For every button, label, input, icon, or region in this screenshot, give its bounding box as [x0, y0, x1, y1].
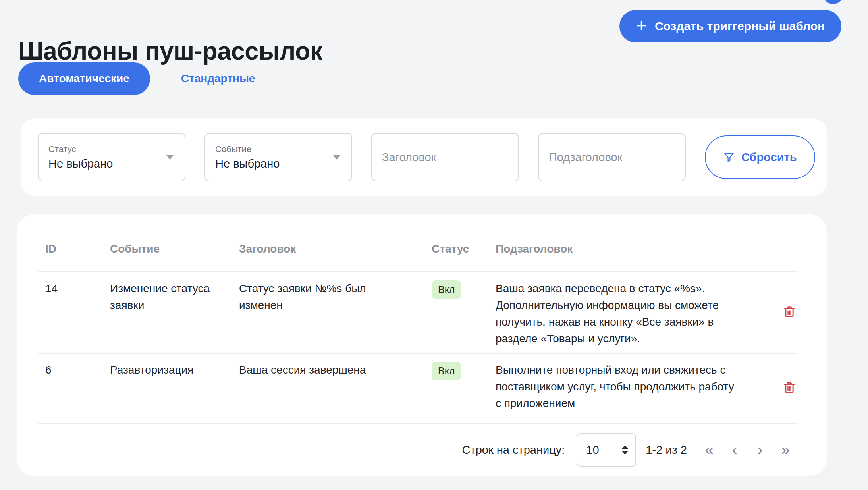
status-badge: Вкл	[432, 362, 461, 380]
templates-table: ID Событие Заголовок Статус Подзаголовок…	[17, 214, 827, 476]
column-header-subtitle: Подзаголовок	[496, 243, 750, 255]
chevron-down-icon	[333, 155, 340, 160]
cell-subtitle: Ваша заявка переведена в статус «%s». До…	[496, 280, 750, 347]
next-page-button[interactable]: ›	[747, 437, 773, 463]
delete-template-button[interactable]	[781, 303, 798, 320]
table-pagination: Строк на страницу: 10 1-2 из 2 « ‹ › »	[38, 423, 798, 476]
status-filter-label: Статус	[48, 144, 161, 154]
cell-id: 14	[38, 280, 102, 347]
plus-icon: +	[636, 16, 647, 35]
page-title: Шаблоны пуш-рассылок	[18, 37, 322, 65]
last-page-button[interactable]: »	[773, 437, 798, 463]
title-filter-field	[371, 133, 519, 181]
filter-funnel-icon	[723, 151, 735, 163]
cell-status: Вкл	[424, 280, 496, 347]
chevron-down-icon	[166, 155, 174, 160]
cell-actions	[781, 379, 798, 400]
table-row: 14 Изменение статуса заявки Статус заявк…	[38, 271, 798, 353]
template-type-tabs: Автоматические Стандартные	[18, 62, 255, 95]
column-header-event: Событие	[102, 243, 231, 255]
select-spinner-icon	[622, 445, 628, 455]
push-templates-page: Шаблоны пуш-рассылок + Создать триггерны…	[0, 0, 868, 490]
cell-title: Статус заявки №%s был изменен	[231, 280, 424, 347]
subtitle-filter-input[interactable]	[539, 134, 685, 181]
column-header-title: Заголовок	[231, 243, 424, 255]
rows-per-page-select[interactable]: 10	[577, 433, 636, 467]
cell-id: 6	[38, 362, 102, 417]
cell-event: Разавторизация	[102, 362, 231, 417]
table-row: 6 Разавторизация Ваша сессия завершена В…	[38, 353, 798, 423]
prev-page-button[interactable]: ‹	[722, 437, 747, 463]
cell-status: Вкл	[424, 362, 496, 417]
column-header-id: ID	[38, 243, 102, 255]
event-filter-label: Событие	[215, 144, 328, 154]
rows-per-page-label: Строк на страницу:	[462, 444, 565, 457]
tab-standard[interactable]: Стандартные	[181, 72, 255, 85]
event-filter-value: Не выбрано	[215, 157, 328, 170]
create-trigger-template-label: Создать триггерный шаблон	[655, 19, 825, 33]
subtitle-filter-field	[538, 133, 686, 181]
pagination-arrows: « ‹ › »	[696, 437, 798, 463]
avatar[interactable]	[823, 0, 843, 4]
first-page-button[interactable]: «	[696, 437, 722, 463]
cell-event: Изменение статуса заявки	[102, 280, 231, 347]
trash-icon	[781, 304, 797, 320]
reset-filters-button[interactable]: Сбросить	[705, 135, 815, 179]
rows-per-page-value: 10	[586, 444, 599, 457]
table-header-row: ID Событие Заголовок Статус Подзаголовок	[38, 214, 798, 271]
create-trigger-template-button[interactable]: + Создать триггерный шаблон	[619, 10, 841, 42]
reset-filters-label: Сбросить	[741, 151, 797, 164]
event-filter-select[interactable]: Событие Не выбрано	[204, 133, 352, 181]
cell-actions	[781, 303, 798, 324]
cell-subtitle: Выполните повторный вход или свяжитесь с…	[496, 362, 750, 417]
trash-icon	[781, 380, 797, 395]
column-header-status: Статус	[424, 243, 496, 255]
status-filter-select[interactable]: Статус Не выбрано	[38, 133, 185, 181]
cell-title: Ваша сессия завершена	[231, 362, 424, 417]
delete-template-button[interactable]	[781, 379, 798, 396]
status-filter-value: Не выбрано	[48, 157, 161, 170]
status-badge: Вкл	[432, 280, 461, 299]
pagination-range: 1-2 из 2	[646, 444, 687, 457]
tab-automatic[interactable]: Автоматические	[18, 62, 150, 95]
title-filter-input[interactable]	[372, 134, 518, 181]
filters-panel: Статус Не выбрано Событие Не выбрано Сбр…	[21, 118, 827, 196]
